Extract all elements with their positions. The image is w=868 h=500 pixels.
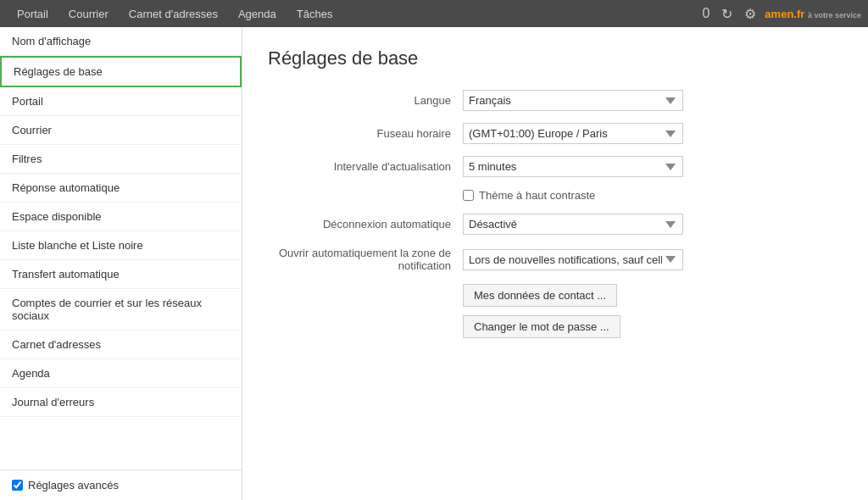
advanced-settings-checkbox[interactable] [12, 480, 23, 491]
settings-form: Langue Français Fuseau horaire (GMT+01:0… [268, 90, 776, 338]
nav-courrier[interactable]: Courrier [58, 0, 119, 27]
fuseau-select[interactable]: (GMT+01:00) Europe / Paris [463, 123, 683, 144]
deconnexion-select[interactable]: Désactivé [463, 214, 683, 235]
langue-row: Langue Français [268, 90, 776, 111]
logo-sub: fr [797, 8, 804, 20]
sidebar-item-courrier[interactable]: Courrier [0, 116, 242, 145]
fuseau-control: (GMT+01:00) Europe / Paris [463, 123, 776, 144]
topbar-right: 0 ↻ ⚙ amen.fr à votre service [698, 3, 861, 25]
logo-main: amen. [765, 8, 797, 20]
notification-control: Lors de nouvelles notifications, sauf ce… [463, 249, 776, 270]
settings-icon[interactable]: ⚙ [741, 3, 760, 25]
sidebar-item-journal[interactable]: Journal d'erreurs [0, 388, 242, 417]
sidebar-item-comptes[interactable]: Comptes de courrier et sur les réseaux s… [0, 289, 242, 331]
deconnexion-row: Déconnexion automatique Désactivé [268, 214, 776, 235]
page-title: Réglages de base [268, 47, 843, 69]
sidebar-item-espace-dispo[interactable]: Espace disponible [0, 203, 242, 231]
theme-label: Thème à haut contraste [479, 189, 595, 202]
sidebar-item-portail[interactable]: Portail [0, 87, 242, 116]
intervalle-label: Intervalle d'actualisation [268, 160, 463, 173]
main-layout: Nom d'affichage Réglages de base Portail… [0, 27, 868, 500]
nav-taches[interactable]: Tâches [287, 0, 343, 27]
sidebar-footer: Réglages avancés [0, 469, 242, 500]
notification-select[interactable]: Lors de nouvelles notifications, sauf ce… [463, 249, 683, 270]
fuseau-row: Fuseau horaire (GMT+01:00) Europe / Pari… [268, 123, 776, 144]
main-content: Réglages de base Langue Français Fuseau … [242, 27, 868, 500]
intervalle-control: 5 minutes [463, 156, 776, 177]
intervalle-row: Intervalle d'actualisation 5 minutes [268, 156, 776, 177]
nav-carnet[interactable]: Carnet d'adresses [119, 0, 228, 27]
password-btn-row: Changer le mot de passe ... [463, 315, 776, 338]
langue-control: Français [463, 90, 776, 111]
password-button[interactable]: Changer le mot de passe ... [463, 315, 620, 338]
logo-tagline: à votre service [808, 11, 861, 19]
sidebar-item-reponse-auto[interactable]: Réponse automatique [0, 174, 242, 203]
sidebar-item-transfert[interactable]: Transfert automatique [0, 260, 242, 289]
notification-row: Ouvrir automatiquement la zone de notifi… [268, 247, 776, 272]
sidebar-item-agenda[interactable]: Agenda [0, 359, 242, 388]
langue-select[interactable]: Français [463, 90, 683, 111]
top-nav: Portail Courrier Carnet d'adresses Agend… [7, 0, 698, 27]
notification-label: Ouvrir automatiquement la zone de notifi… [268, 247, 463, 272]
contact-button[interactable]: Mes données de contact ... [463, 284, 617, 307]
sidebar-item-reglages-base[interactable]: Réglages de base [0, 56, 242, 87]
theme-row: Thème à haut contraste [463, 189, 776, 202]
intervalle-select[interactable]: 5 minutes [463, 156, 683, 177]
contact-btn-row: Mes données de contact ... [463, 284, 776, 307]
sidebar-item-nom-affichage[interactable]: Nom d'affichage [0, 27, 242, 56]
counter-badge: 0 [698, 3, 713, 25]
deconnexion-label: Déconnexion automatique [268, 218, 463, 231]
advanced-settings-label: Réglages avancés [28, 479, 119, 492]
langue-label: Langue [268, 94, 463, 107]
sidebar-item-carnet[interactable]: Carnet d'adresses [0, 331, 242, 359]
deconnexion-control: Désactivé [463, 214, 776, 235]
theme-checkbox[interactable] [463, 190, 474, 201]
sidebar: Nom d'affichage Réglages de base Portail… [0, 27, 242, 500]
sidebar-item-filtres[interactable]: Filtres [0, 145, 242, 174]
nav-portail[interactable]: Portail [7, 0, 58, 27]
fuseau-label: Fuseau horaire [268, 127, 463, 140]
nav-agenda[interactable]: Agenda [228, 0, 287, 27]
refresh-icon[interactable]: ↻ [718, 3, 736, 25]
logo: amen.fr à votre service [765, 8, 861, 20]
topbar: Portail Courrier Carnet d'adresses Agend… [0, 0, 868, 27]
sidebar-item-liste-blanche[interactable]: Liste blanche et Liste noire [0, 231, 242, 260]
